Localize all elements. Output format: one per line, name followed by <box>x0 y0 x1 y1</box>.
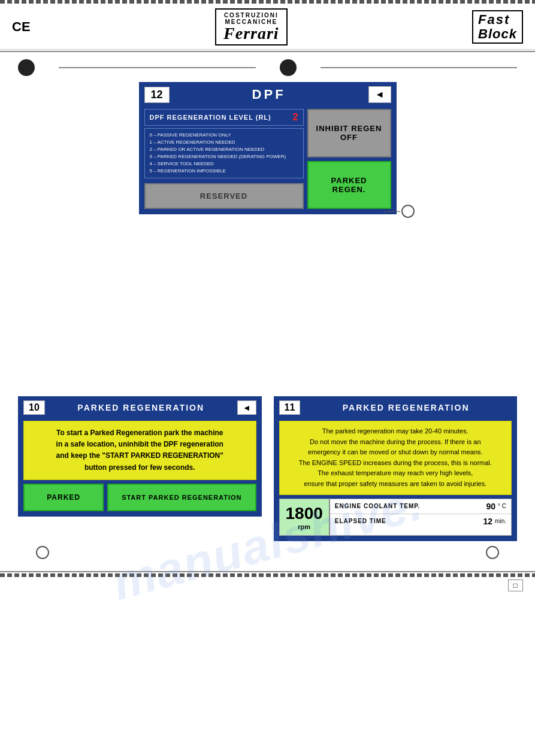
header-divider <box>0 51 535 52</box>
ce-mark: CE <box>12 19 31 35</box>
rpm-display: 1800 rpm <box>280 499 330 535</box>
bullet-left <box>18 59 35 76</box>
dpf-back-button[interactable]: ◄ <box>368 86 391 103</box>
bottom-area: □ <box>0 571 535 594</box>
engine-coolant-value: 90 <box>486 502 495 511</box>
dpf-callout-connector <box>383 205 415 218</box>
dpf-number: 12 <box>144 87 170 103</box>
ferrari-logo: COSTRUZIONI MECCANICHE Ferrari <box>215 8 288 45</box>
dpf-regen-label: DPF REGENERATION LEVEL (RL) <box>150 114 288 121</box>
elapsed-time-unit: min. <box>495 518 506 524</box>
callout-circle-panel10-right <box>486 546 499 559</box>
panel-11-header: 11 PARKED REGENERATION <box>276 398 516 417</box>
panel-10-body: To start a Parked Regeneration park the … <box>20 417 260 515</box>
start-parked-regen-button[interactable]: START PARKED REGENERATION <box>107 484 256 511</box>
bottom-divider <box>0 571 535 572</box>
dpf-header: 12 DPF ◄ <box>141 84 395 105</box>
bottom-panels: 10 PARKED REGENERATION ◄ To start a Park… <box>0 396 535 541</box>
dpf-info-text: 0 – PASSIVE REGENERATION ONLY 1 – ACTIVE… <box>150 132 298 175</box>
panel-10-header: 10 PARKED REGENERATION ◄ <box>20 398 260 417</box>
panel-10-title: PARKED REGENERATION <box>45 403 237 412</box>
panel-11-body: The parked regeneration may take 20-40 m… <box>276 417 516 539</box>
top-border <box>0 0 535 4</box>
panel-10-warning: To start a Parked Regeneration park the … <box>23 421 256 480</box>
rpm-value: 1800 <box>286 504 323 523</box>
dpf-regen-value: 2 <box>293 112 298 123</box>
dpf-body: DPF REGENERATION LEVEL (RL) 2 0 – PASSIV… <box>141 105 395 212</box>
parked-button[interactable]: PARKED <box>23 484 104 511</box>
header: CE COSTRUZIONI MECCANICHE Ferrari Fast B… <box>0 5 535 50</box>
bullet-row <box>0 53 535 82</box>
page-number: □ <box>508 579 523 591</box>
panel-11: 11 PARKED REGENERATION The parked regene… <box>274 396 518 541</box>
elapsed-time-row: ELAPSED TIME 12 min. <box>330 514 511 529</box>
dpf-info-box: 0 – PASSIVE REGENERATION ONLY 1 – ACTIVE… <box>144 128 304 178</box>
elapsed-time-label: ELAPSED TIME <box>335 518 481 524</box>
panel-10-number: 10 <box>23 400 45 415</box>
spacer-area: manualshive. <box>0 217 535 384</box>
panel-11-warning: The parked regeneration may take 20-40 m… <box>279 421 512 495</box>
parked-regen-button[interactable]: PARKED REGEN. <box>307 161 391 210</box>
callout-circle-panel10-left <box>36 546 49 559</box>
costruzioni-text: COSTRUZIONI <box>224 12 279 19</box>
callout-line <box>383 211 400 212</box>
panel-11-title: PARKED REGENERATION <box>300 403 512 412</box>
dpf-left-panel: DPF REGENERATION LEVEL (RL) 2 0 – PASSIV… <box>144 109 304 209</box>
dpf-panel: 12 DPF ◄ DPF REGENERATION LEVEL (RL) 2 0… <box>139 82 397 214</box>
engine-coolant-row: ENGINE COOLANT TEMP. 90 ° C <box>330 499 511 514</box>
fast-text: Fast <box>478 13 510 27</box>
elapsed-time-value: 12 <box>483 517 493 526</box>
callout-circle-dpf <box>401 205 415 218</box>
bullet-line-left <box>59 67 256 68</box>
dpf-section: 12 DPF ◄ DPF REGENERATION LEVEL (RL) 2 0… <box>0 82 535 217</box>
dpf-regen-level-row: DPF REGENERATION LEVEL (RL) 2 <box>144 109 304 126</box>
panel-10-back-button[interactable]: ◄ <box>237 400 256 415</box>
inhibit-regen-button[interactable]: INHIBIT REGEN OFF <box>307 109 391 157</box>
page-info: □ <box>0 577 535 594</box>
dpf-title: DPF <box>170 87 368 102</box>
bullet-line-right <box>321 67 518 68</box>
engine-coolant-label: ENGINE COOLANT TEMP. <box>335 503 484 509</box>
bullet-right <box>280 59 297 76</box>
engine-coolant-unit: ° C <box>498 503 506 509</box>
panel-10: 10 PARKED REGENERATION ◄ To start a Park… <box>18 396 262 517</box>
dpf-right-panel: INHIBIT REGEN OFF PARKED REGEN. <box>307 109 391 209</box>
status-row: 1800 rpm ENGINE COOLANT TEMP. 90 ° C ELA… <box>279 499 512 536</box>
status-data: ENGINE COOLANT TEMP. 90 ° C ELAPSED TIME… <box>330 499 511 535</box>
rpm-label: rpm <box>298 523 310 530</box>
reserved-button[interactable]: RESERVED <box>144 183 304 209</box>
ferrari-text: Ferrari <box>223 25 279 42</box>
panel-11-number: 11 <box>279 400 301 415</box>
panel-10-buttons: PARKED START PARKED REGENERATION <box>23 484 256 511</box>
block-text: Block <box>478 27 517 41</box>
bottom-callout-row <box>0 541 535 559</box>
fastblock-logo: Fast Block <box>472 10 523 44</box>
